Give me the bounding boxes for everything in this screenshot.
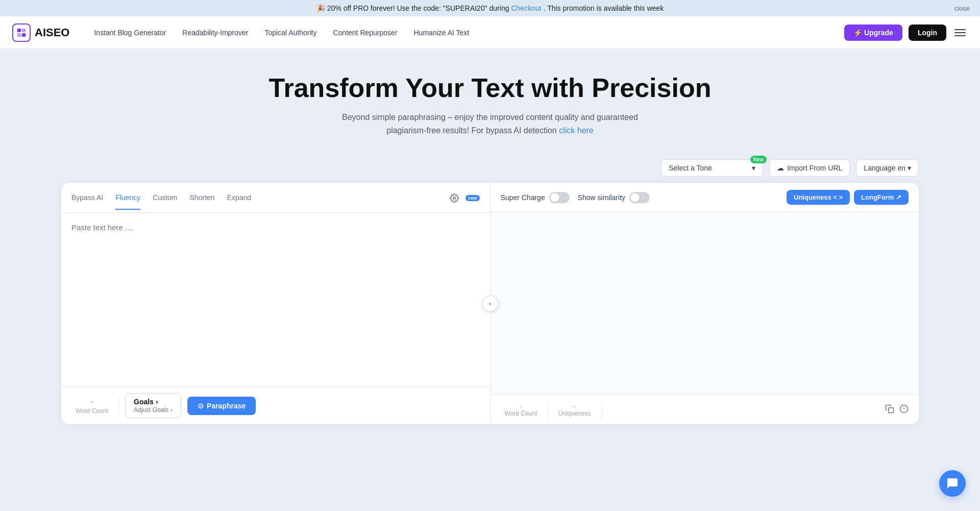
panel-divider: ›: [482, 296, 498, 312]
right-footer-divider2: [601, 402, 602, 418]
nav-topical[interactable]: Topical Authority: [265, 29, 317, 37]
left-editor-textarea[interactable]: [61, 213, 490, 386]
supercharge-section: Super Charge: [501, 192, 570, 203]
similarity-toggle-knob: [630, 193, 640, 202]
goals-label: Goals ›: [134, 398, 158, 406]
uniqueness-stat: - Uniqueness: [554, 403, 595, 417]
cloud-icon: ☁: [777, 164, 784, 172]
similarity-toggle[interactable]: [629, 192, 650, 203]
header: AISEO Instant Blog Generator Readability…: [0, 16, 980, 49]
chevron-right-icon: ›: [170, 406, 173, 413]
toolbar: Select a Tone ▾ New ☁ Import From URL La…: [0, 153, 980, 183]
hero-link[interactable]: click here: [559, 126, 594, 135]
gear-icon[interactable]: [447, 191, 461, 205]
hamburger-line: [954, 32, 966, 33]
paraphrase-icon: ⊙: [198, 402, 204, 410]
tab-settings-area: new: [447, 191, 480, 212]
header-actions: ⚡ Upgrade Login: [844, 25, 968, 41]
select-tone-dropdown[interactable]: Select a Tone ▾ New: [661, 159, 763, 177]
chevron-down-icon: ▾: [752, 164, 755, 172]
hamburger-line: [954, 35, 966, 36]
footer-divider: [118, 398, 119, 414]
svg-rect-3: [22, 33, 26, 36]
panel-arrow-button[interactable]: ›: [482, 296, 498, 312]
svg-rect-1: [22, 28, 26, 32]
right-toolbar: Super Charge Show similarity Uniqueness …: [491, 183, 919, 212]
login-button[interactable]: Login: [909, 25, 946, 41]
logo-icon: [12, 23, 31, 42]
left-panel-footer: - Word Count Goals › Adjust Goals › ⊙ Pa…: [61, 386, 490, 424]
uniqueness-stat-label: Uniqueness: [558, 410, 591, 417]
logo[interactable]: AISEO: [12, 23, 69, 42]
hero-section: Transform Your Text with Precision Beyon…: [0, 49, 980, 153]
tab-bypass-ai[interactable]: Bypass AI: [71, 193, 103, 210]
similarity-section: Show similarity: [578, 192, 650, 203]
svg-rect-5: [889, 408, 894, 413]
select-tone-label: Select a Tone: [669, 164, 712, 172]
nav-repurposer[interactable]: Content Repurposer: [333, 29, 397, 37]
hamburger-line: [954, 29, 966, 30]
paraphrase-button[interactable]: ⊙ Paraphrase: [187, 397, 256, 415]
right-footer-icons: [885, 404, 909, 416]
uniqueness-button[interactable]: Uniqueness < >: [787, 190, 850, 205]
tab-shorten[interactable]: Shorten: [190, 193, 215, 210]
svg-rect-2: [17, 33, 21, 36]
editor-container: Bypass AI Fluency Custom Shorten Expand …: [61, 183, 919, 424]
supercharge-label: Super Charge: [501, 193, 545, 202]
hero-description: Beyond simple paraphrasing – enjoy the i…: [327, 111, 653, 137]
goals-button[interactable]: Goals › Adjust Goals ›: [125, 393, 181, 418]
similarity-label: Show similarity: [578, 193, 625, 202]
hero-title: Transform Your Text with Precision: [8, 74, 972, 103]
right-word-count-label: Word Count: [505, 410, 537, 417]
tab-fluency[interactable]: Fluency: [115, 193, 140, 210]
top-banner: 🎉 20% off PRO forever! Use the code: "SU…: [0, 0, 980, 16]
svg-point-4: [453, 197, 456, 200]
upgrade-button[interactable]: ⚡ Upgrade: [844, 25, 902, 41]
logo-text: AISEO: [35, 26, 69, 39]
banner-text: 🎉 20% off PRO forever! Use the code: "SU…: [316, 4, 509, 12]
new-badge: New: [750, 156, 767, 163]
import-url-button[interactable]: ☁ Import From URL: [769, 159, 850, 177]
info-icon-button[interactable]: [899, 404, 909, 416]
nav-blog-generator[interactable]: Instant Blog Generator: [94, 29, 166, 37]
left-panel: Bypass AI Fluency Custom Shorten Expand …: [61, 183, 491, 424]
right-actions: Uniqueness < > LongForm ↗: [787, 190, 909, 205]
copy-icon-button[interactable]: [885, 404, 894, 416]
right-footer-divider: [548, 402, 548, 418]
right-panel-footer: - Word Count - Uniqueness: [491, 395, 919, 424]
chevron-right-icon: ›: [156, 398, 158, 406]
nav-humanize[interactable]: Humanize AI Text: [414, 29, 470, 37]
new-tab-badge: new: [465, 195, 480, 201]
tab-expand[interactable]: Expand: [227, 193, 251, 210]
toggle-knob: [550, 193, 559, 202]
supercharge-toggle[interactable]: [549, 192, 570, 203]
left-word-count: - Word Count: [71, 397, 112, 415]
word-count-label: Word Count: [76, 407, 108, 415]
banner-close[interactable]: close: [954, 5, 970, 12]
language-button[interactable]: Language en ▾: [856, 159, 919, 177]
main-nav: Instant Blog Generator Readability-Impro…: [94, 29, 844, 37]
right-word-count: - Word Count: [501, 403, 542, 417]
right-panel: Super Charge Show similarity Uniqueness …: [491, 183, 919, 424]
banner-link[interactable]: Checkout: [511, 4, 541, 12]
tab-custom[interactable]: Custom: [153, 193, 177, 210]
banner-text-after: . This promotion is available this week: [544, 4, 664, 12]
nav-readability[interactable]: Readability-Improver: [182, 29, 248, 37]
hamburger-menu[interactable]: [952, 27, 968, 38]
svg-rect-0: [17, 28, 21, 32]
adjust-goals-label: Adjust Goals ›: [134, 406, 173, 413]
longform-button[interactable]: LongForm ↗: [854, 190, 909, 205]
chat-button[interactable]: [939, 470, 966, 497]
right-editor-content: [491, 212, 919, 395]
panel-tabs: Bypass AI Fluency Custom Shorten Expand …: [61, 183, 490, 213]
